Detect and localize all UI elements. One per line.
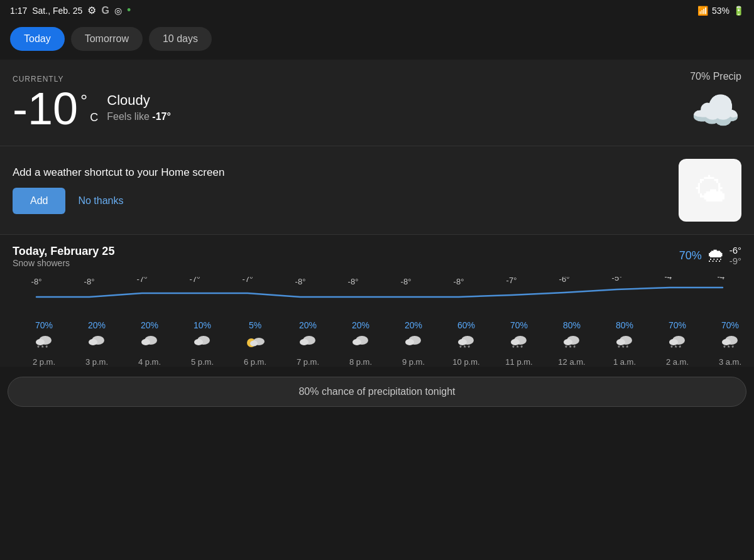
svg-text:-7°: -7°: [137, 277, 148, 284]
svg-text:-8°: -8°: [84, 277, 95, 286]
shortcut-title: Add a weather shortcut to your Home scre…: [13, 166, 224, 179]
hourly-time: 3 p.m.: [85, 357, 108, 367]
hourly-item: 5%6 p.m.: [229, 320, 281, 367]
status-right: 📶 53% 🔋: [697, 6, 744, 16]
status-bar: 1:17 Sat., Feb. 25 ⚙ G ◎ • 📶 53% 🔋: [0, 0, 754, 21]
hourly-time: 11 p.m.: [505, 357, 532, 367]
hourly-weather-icon: * * *: [720, 333, 740, 355]
feels-like-text: Feels like -17°: [107, 111, 171, 122]
precip-label: 70% Precip: [690, 71, 741, 82]
svg-text:*  *  *: * * *: [618, 345, 628, 350]
hourly-precip: 80%: [616, 320, 633, 330]
hourly-item: 70%* * *2 a.m.: [651, 320, 704, 367]
hourly-weather-icon: [192, 333, 212, 355]
degree-symbol: °: [80, 91, 87, 111]
cloud-icon: ☁️: [690, 87, 741, 134]
no-thanks-button[interactable]: No thanks: [78, 195, 123, 207]
precip-section: 70% Precip ☁️: [690, 71, 741, 134]
hourly-precip: 60%: [457, 320, 475, 330]
hourly-item: 20%9 p.m.: [387, 320, 440, 367]
hourly-weather-icon: [403, 333, 423, 355]
hourly-time: 4 p.m.: [138, 357, 161, 367]
temperature-display: -10 ° C: [13, 86, 98, 131]
hi-lo: -6° -9°: [729, 245, 741, 266]
svg-text:*  *  *: * * *: [459, 345, 470, 350]
hourly-weather-icon: [298, 333, 318, 355]
hourly-time: 10 p.m.: [452, 357, 479, 367]
svg-point-22: [194, 339, 203, 345]
svg-text:-8°: -8°: [295, 277, 306, 286]
bottom-bar[interactable]: 80% chance of precipitation tonight: [8, 377, 746, 407]
svg-text:-8°: -8°: [454, 277, 464, 286]
hourly-scroll-container[interactable]: 70%* * *2 p.m.20%3 p.m.20%4 p.m.10%5 p.m…: [13, 314, 741, 367]
svg-text:*  *  *: * * *: [670, 345, 681, 350]
svg-text:-8°: -8°: [401, 277, 412, 286]
hourly-weather-icon: * * *: [456, 333, 476, 355]
hourly-weather-icon: * * *: [509, 333, 529, 355]
today-title-group: Today, February 25 Snow showers: [13, 245, 114, 268]
hourly-precip: 70%: [721, 320, 739, 330]
hourly-weather-icon: * * *: [562, 333, 582, 355]
add-button[interactable]: Add: [13, 188, 65, 214]
hourly-precip: 20%: [405, 320, 422, 330]
svg-text:-8°: -8°: [348, 277, 359, 286]
hourly-item: 80%* * *12 a.m.: [545, 320, 598, 367]
bottom-bar-label: 80% chance of precipitation tonight: [298, 386, 455, 397]
today-title: Today, February 25: [13, 245, 114, 258]
status-time: 1:17: [10, 6, 27, 16]
hourly-precip: 80%: [563, 320, 581, 330]
svg-text:*  *  *: * * *: [565, 345, 576, 350]
tab-10days[interactable]: 10 days: [149, 27, 212, 51]
temp-chart-container: -8° -8° -7° -7° -7° -8° -8° -8° -8° -7° …: [13, 271, 741, 314]
hourly-weather-icon: * * *: [667, 333, 687, 355]
hourly-precip: 70%: [510, 320, 528, 330]
battery-level: 53%: [712, 6, 729, 16]
status-left: 1:17 Sat., Feb. 25 ⚙ G ◎ •: [10, 4, 131, 17]
hourly-item: 80%* * *1 a.m.: [598, 320, 651, 367]
hi-temp: -6°: [729, 245, 741, 256]
hourly-time: 12 a.m.: [558, 357, 585, 367]
hourly-inner: 70%* * *2 p.m.20%3 p.m.20%4 p.m.10%5 p.m…: [13, 320, 741, 367]
hourly-precip: 20%: [141, 320, 158, 330]
hourly-time: 2 a.m.: [666, 357, 689, 367]
hourly-weather-icon: [139, 333, 160, 355]
temp-number: -10: [13, 86, 78, 131]
hourly-time: 5 p.m.: [191, 357, 214, 367]
temp-unit: C: [90, 111, 98, 124]
today-subtitle: Snow showers: [13, 258, 114, 268]
shortcut-preview: 🌤: [679, 159, 741, 222]
tab-bar: Today Tomorrow 10 days: [0, 21, 754, 60]
tab-tomorrow[interactable]: Tomorrow: [71, 27, 143, 51]
temperature-chart: -8° -8° -7° -7° -7° -8° -8° -8° -8° -7° …: [18, 277, 741, 311]
svg-text:*  *  *: * * *: [512, 345, 523, 350]
currently-label: CURRENTLY: [13, 75, 171, 83]
wifi-icon: 📶: [697, 6, 708, 16]
svg-point-29: [352, 339, 361, 345]
feels-like-temp: -17°: [152, 111, 171, 122]
svg-text:*  *  *: * * *: [723, 345, 734, 350]
svg-point-31: [405, 339, 414, 345]
hourly-time: 2 p.m.: [33, 357, 55, 367]
hourly-weather-icon: * * *: [34, 333, 54, 355]
today-section: Today, February 25 Snow showers 70% 🌨 -6…: [0, 235, 754, 367]
hourly-weather-icon: [351, 333, 371, 355]
hourly-item: 70%* * *3 a.m.: [704, 320, 741, 367]
weather-app-icon: 🌤: [694, 171, 726, 209]
currently-section: CURRENTLY -10 ° C Cloudy Feels like -17°…: [0, 60, 754, 146]
hourly-item: 20%7 p.m.: [281, 320, 334, 367]
hourly-item: 20%4 p.m.: [123, 320, 176, 367]
battery-icon: 🔋: [733, 6, 744, 16]
hourly-time: 6 p.m.: [244, 357, 266, 367]
hourly-item: 20%8 p.m.: [334, 320, 387, 367]
settings-icon: ⚙: [87, 4, 96, 16]
hourly-precip: 70%: [35, 320, 53, 330]
svg-point-18: [89, 339, 97, 345]
svg-text:-7°: -7°: [506, 277, 517, 285]
svg-text:*  *  *: * * *: [37, 345, 48, 350]
shortcut-banner: Add a weather shortcut to your Home scre…: [0, 146, 754, 235]
camera-icon: ◎: [114, 6, 122, 16]
tab-today[interactable]: Today: [10, 27, 65, 51]
lo-temp: -9°: [729, 256, 741, 266]
condition-text: Cloudy: [107, 92, 171, 109]
hourly-time: 9 p.m.: [402, 357, 425, 367]
